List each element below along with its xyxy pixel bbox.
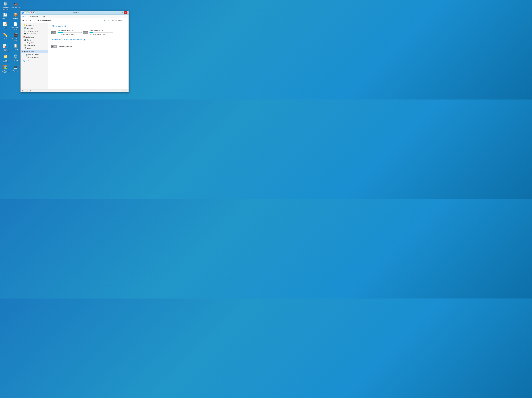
drive-d-info: Локальный диск (D:) 171 ГБ свободно из 1…: [89, 30, 113, 35]
path-separator: ▶: [40, 20, 41, 21]
menu-tab-view[interactable]: Вид: [40, 15, 47, 18]
sidebar-libraries-header[interactable]: ▼ 📚 Библиотеки: [21, 36, 48, 38]
window-controls: ─ □ ✕: [117, 11, 127, 14]
minimize-button[interactable]: ─: [117, 11, 120, 14]
drive-c-name: Локальный диск (C:): [58, 30, 82, 32]
pdf-icon: 📄: [13, 21, 18, 27]
sidebar-documents[interactable]: 📄 Документы: [21, 41, 48, 44]
desktop-icon-resize[interactable]: 🖼️ ...se Pro ...64-bit): [1, 65, 10, 74]
view-grid-button[interactable]: ⊞: [125, 90, 127, 92]
desktop-icon-winrar[interactable]: 📦 WinRAR: [11, 12, 20, 19]
refresh-button[interactable]: 🔄: [103, 19, 106, 22]
maximize-button[interactable]: □: [120, 11, 124, 14]
window-icon: 🖥: [22, 12, 24, 14]
sidebar-images[interactable]: 🖼️ Изображения: [21, 44, 48, 47]
libraries-label: Библиотеки: [26, 36, 34, 38]
desktop-icon-otter[interactable]: 🦦 Otter Browser: [11, 1, 20, 10]
elements-count: Элементов: 3: [22, 90, 31, 92]
network-icon: 🌐: [23, 59, 25, 62]
desktop-icon-sidebar: 🖥️: [24, 33, 26, 35]
desktop-icon-vlc[interactable]: 🎬 VLC media player: [11, 32, 20, 41]
desktop-icon-trash[interactable]: 🗑️ Корзина: [11, 54, 20, 63]
quick-access-bar: 🏠 ⬆ 📌 ▼: [24, 12, 35, 14]
desktop-icon-writer[interactable]: ✏️ Writer: [1, 32, 10, 41]
title-bar: 🖥 🏠 ⬆ 📌 ▼ Компьютер ─ □ ✕: [21, 11, 128, 15]
desktop-icon-acronis[interactable]: 🛡️ Acronis Disk Director 12: [1, 1, 10, 10]
sidebar-desktop[interactable]: 🖥️ Рабочий стол: [21, 32, 48, 35]
sidebar-libraries-section: ▼ 📚 Библиотеки 📹 Видео 📄 Документы 🖼️: [21, 36, 48, 50]
acronis-icon: 🛡️: [3, 1, 8, 6]
path-icon: 🖥️: [37, 19, 39, 21]
qa-btn-1[interactable]: 🏠: [24, 12, 27, 14]
desktop-icon-spreadsheets[interactable]: 📊 WPS ...adsheets: [1, 43, 10, 52]
sidebar-video[interactable]: 📹 Видео: [21, 38, 48, 41]
libraries-arrow: ▼: [22, 36, 23, 38]
qa-dropdown[interactable]: ▼: [33, 12, 35, 14]
menu-tab-computer[interactable]: Компьютер: [28, 15, 40, 18]
drives-grid: Локальный диск (C:) 76,8 ГБ свободно из …: [51, 29, 127, 36]
music-icon: 🎵: [24, 47, 26, 49]
drive-d-item[interactable]: Локальный диск (D:) 171 ГБ свободно из 1…: [82, 29, 111, 36]
network-label: Сеть: [26, 60, 29, 61]
hard-drives-title: Жесткие диски (2): [52, 25, 66, 27]
winrar-icon: 📦: [13, 12, 18, 17]
dropdown-button[interactable]: ▼: [29, 19, 32, 22]
sidebar-music[interactable]: 🎵 Музыка: [21, 47, 48, 50]
sidebar-recent[interactable]: 🕐 Недавние места: [21, 30, 48, 32]
sidebar-computer-header[interactable]: ▼ 🖥️ Компьютер: [21, 50, 48, 53]
sidebar-network-header[interactable]: ▶ 🌐 Сеть: [21, 59, 48, 62]
qa-btn-3[interactable]: 📌: [30, 12, 32, 14]
title-bar-left: 🖥 🏠 ⬆ 📌 ▼: [22, 12, 35, 14]
resize-icon: 🖼️: [3, 65, 8, 70]
sidebar-drive-c[interactable]: 💾 Локальный диск (C:: [21, 53, 48, 56]
window-title: Компьютер: [72, 12, 80, 14]
back-button[interactable]: ◀: [21, 19, 25, 22]
otter-icon: 🦦: [13, 1, 18, 6]
dvd-item[interactable]: DVD DVD RW дисковод (E:): [51, 43, 127, 51]
forward-button[interactable]: ▶: [25, 19, 28, 22]
search-box[interactable]: 🔍: [107, 19, 128, 22]
search-icon: 🔍: [108, 19, 109, 21]
svg-point-5: [55, 33, 55, 33]
documents-label: Документы: [27, 42, 34, 44]
wps-icon: 📝: [3, 21, 8, 27]
computer-arrow: ▼: [22, 51, 23, 52]
drive-d-label: Локальный диск (D:: [28, 57, 41, 58]
view-list-button[interactable]: ≡: [122, 90, 124, 92]
search-input[interactable]: [110, 20, 127, 21]
video-label: Видео: [27, 39, 31, 41]
favorites-icon: ⭐: [23, 24, 25, 26]
svg-rect-8: [84, 32, 85, 32]
svg-text:DVD: DVD: [52, 46, 53, 47]
removable-title: Устройства со съемными носителями (1): [52, 39, 85, 41]
close-button[interactable]: ✕: [124, 11, 127, 14]
spreadsheets-icon: 📊: [3, 43, 8, 48]
sidebar-favorites-header[interactable]: ▼ ⭐ Избранное: [21, 24, 48, 27]
main-panel: ▼ Жесткие диски (2): [48, 23, 128, 89]
video-icon: 📹: [24, 39, 26, 41]
desktop-icon-aikomp[interactable]: 💻 Аи Комп: [11, 65, 20, 74]
up-button[interactable]: ▲: [32, 19, 36, 22]
images-icon: 🖼️: [24, 44, 26, 46]
qa-btn-2[interactable]: ⬆: [27, 12, 29, 14]
desktop-label: Рабочий стол: [27, 33, 36, 35]
svg-rect-2: [52, 32, 54, 32]
menu-tab-file[interactable]: Файл: [21, 15, 28, 18]
libraries-icon: 📚: [23, 36, 25, 38]
desktop-icon-total[interactable]: 📁 Total ...mmand...: [1, 54, 10, 63]
sidebar-downloads[interactable]: ⬇️ Загрузки: [21, 27, 48, 30]
address-path[interactable]: 🖥️ ▶ Компьютер ▶: [36, 19, 102, 22]
desktop-icon-pdf[interactable]: 📄 PDF-XChan... Viewer: [11, 21, 20, 30]
spreadsheets-label: WPS ...adsheets: [1, 49, 10, 52]
desktop-icon-wps[interactable]: 📝 WPS: [1, 21, 10, 30]
vlc-icon: 🎬: [13, 32, 18, 38]
sidebar-favorites-section: ▼ ⭐ Избранное ⬇️ Загрузки 🕐 Недавние мес…: [21, 24, 48, 35]
aikomp-icon: 💻: [13, 65, 18, 70]
desktop-icon-sync[interactable]: 🔄 Sync... 1.1: [1, 12, 10, 19]
sidebar-drive-d[interactable]: 💾 Локальный диск (D:: [21, 56, 48, 59]
sidebar-computer-section: ▼ 🖥️ Компьютер 💾 Локальный диск (C: 💾 Ло…: [21, 50, 48, 59]
drive-c-item[interactable]: Локальный диск (C:) 76,8 ГБ свободно из …: [51, 29, 79, 36]
desktop-icon-utorrent[interactable]: ⬇️ uTorrent: [11, 43, 20, 52]
favorites-label: Избранное: [26, 25, 34, 26]
winrar-label: WinRAR: [13, 18, 18, 19]
